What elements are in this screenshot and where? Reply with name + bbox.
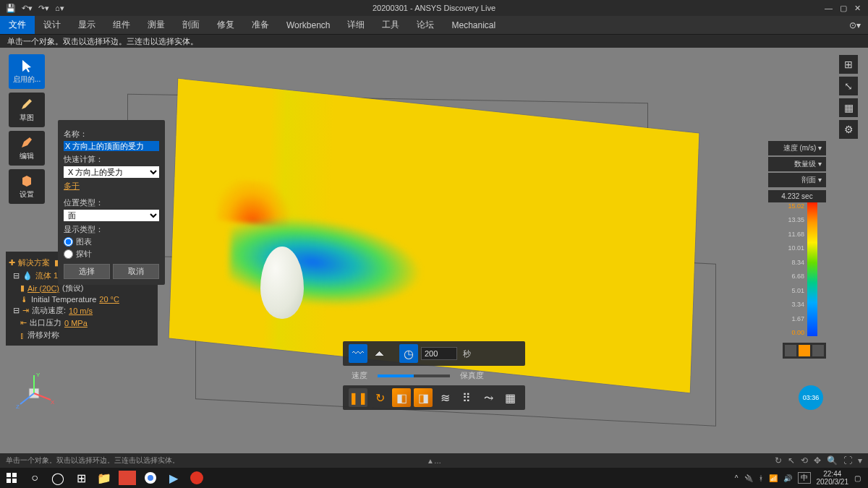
pressure-node[interactable]: 出口压力: [30, 317, 61, 328]
qat-redo-icon[interactable]: ↷▾: [38, 4, 49, 13]
app2-icon[interactable]: ▶: [162, 468, 185, 488]
tray-clock[interactable]: 22:442020/3/21: [817, 470, 849, 486]
particles-icon[interactable]: ⠿: [457, 388, 476, 407]
qat-save-icon[interactable]: 💾: [6, 4, 16, 13]
property-panel: 名称： 快速计算： X 方向上的受力 多于 位置类型： 面 显示类型： 图表 探…: [58, 120, 165, 285]
nav-fit-icon[interactable]: ⛶: [843, 455, 852, 466]
title-bar: 💾 ↶▾ ↷▾ ⌂▾ 20200301 - ANSYS Discovery Li…: [0, 0, 868, 16]
calc-select[interactable]: X 方向上的受力: [64, 166, 159, 178]
transient-mode-icon[interactable]: 〰: [349, 344, 367, 363]
nav-home-icon[interactable]: ↻: [775, 455, 782, 466]
menu-mechanical[interactable]: Mechanical: [443, 16, 504, 34]
restart-button[interactable]: ↻: [370, 388, 389, 407]
symmetry-node[interactable]: 滑移对称: [27, 330, 59, 341]
select-button[interactable]: 选择: [64, 264, 110, 279]
temp-value[interactable]: 20 °C: [99, 295, 119, 304]
menu-measure[interactable]: 测量: [139, 16, 174, 34]
vectors-icon[interactable]: ⤳: [479, 388, 498, 407]
tray-power-icon[interactable]: 🔌: [744, 474, 753, 482]
pressure-value[interactable]: 0 MPa: [64, 319, 88, 328]
tray-ime[interactable]: 中: [798, 472, 811, 484]
explorer-icon[interactable]: 📁: [93, 468, 116, 488]
legend-colorbar[interactable]: [807, 202, 817, 336]
playback-bar: 〰 ⏶ ◷ 秒 速度 保真度 ❚❚ ↻ ◧ ◨ ≋ ⠿ ⤳ ▦: [343, 341, 525, 410]
setup-tool[interactable]: 设置: [9, 169, 45, 204]
tree-expand2-icon[interactable]: ⊟: [13, 306, 20, 315]
velocity-value[interactable]: 10 m/s: [69, 307, 93, 315]
scale-dropdown[interactable]: 数量级 ▾: [768, 157, 826, 171]
sketch-tool[interactable]: 草图: [9, 93, 45, 127]
time-input[interactable]: [421, 347, 457, 360]
position-select[interactable]: 面: [64, 210, 159, 221]
add-solution-icon[interactable]: ✚: [9, 258, 15, 267]
tray-expand-icon[interactable]: ^: [735, 474, 739, 482]
probe-radio[interactable]: [64, 249, 73, 259]
nav-pan-icon[interactable]: ✥: [814, 455, 821, 466]
tray-volume-icon[interactable]: 🔊: [783, 474, 792, 482]
tray-notifications-icon[interactable]: ▢: [854, 474, 861, 482]
view-grid-icon[interactable]: ▦: [839, 98, 858, 117]
tray-wifi-icon[interactable]: 📶: [769, 474, 778, 482]
legend-mode-3[interactable]: [812, 345, 824, 356]
menu-section[interactable]: 剖面: [174, 16, 208, 34]
menu-options-icon[interactable]: ⊙▾: [849, 20, 868, 30]
minimize-button[interactable]: —: [825, 4, 833, 13]
start-button[interactable]: [0, 468, 23, 488]
menu-repair[interactable]: 修复: [208, 16, 243, 34]
result-cube1-icon[interactable]: ◧: [392, 388, 411, 407]
menu-file[interactable]: 文件: [0, 16, 35, 34]
chart-radio[interactable]: [64, 237, 73, 247]
tray-bluetooth-icon[interactable]: ᚼ: [759, 474, 763, 482]
result-cube2-icon[interactable]: ◨: [414, 388, 433, 407]
menu-prepare[interactable]: 准备: [243, 16, 278, 34]
status-expand-icon[interactable]: ▲…: [427, 457, 441, 465]
hint-bar: 单击一个对象。双击以选择环边。三连击以选择实体。: [0, 35, 868, 48]
streamlines-icon[interactable]: ≋: [435, 388, 454, 407]
variable-dropdown[interactable]: 速度 (m/s) ▾: [768, 141, 826, 155]
cortana-button[interactable]: ◯: [46, 468, 69, 488]
maximize-button[interactable]: ▢: [840, 4, 847, 13]
menu-forum[interactable]: 论坛: [408, 16, 443, 34]
speed-slider[interactable]: [378, 374, 450, 377]
material-node[interactable]: Air (20C): [27, 284, 59, 293]
menu-tool[interactable]: 工具: [373, 16, 408, 34]
tree-toggle-icon[interactable]: ⊞: [839, 55, 858, 74]
app1-icon[interactable]: [119, 471, 136, 485]
display-dropdown[interactable]: 剖面 ▾: [768, 173, 826, 187]
nav-zoom-icon[interactable]: 🔍: [827, 455, 838, 466]
menu-detail[interactable]: 详细: [339, 16, 373, 34]
menu-workbench[interactable]: Workbench: [278, 16, 339, 34]
select-tool[interactable]: 启用的...: [9, 54, 45, 89]
menu-display[interactable]: 显示: [69, 16, 104, 34]
edit-tool[interactable]: 编辑: [9, 131, 45, 166]
velocity-node[interactable]: 流动速度:: [32, 305, 66, 316]
view-triad[interactable]: Y X Z: [13, 368, 56, 411]
nav-views-icon[interactable]: ▾: [858, 455, 862, 466]
close-button[interactable]: ✕: [854, 4, 861, 13]
search-button[interactable]: ○: [23, 468, 46, 488]
cancel-button[interactable]: 取消: [113, 264, 159, 279]
timer-icon[interactable]: ◷: [399, 344, 418, 363]
selection-filter-icon[interactable]: ⤡: [839, 77, 858, 95]
menu-group[interactable]: 组件: [104, 16, 139, 34]
pause-button[interactable]: ❚❚: [349, 388, 367, 407]
windows-taskbar: ○ ◯ ⊞ 📁 ▶ ^ 🔌 ᚼ 📶 🔊 中 22:442020/3/21 ▢: [0, 468, 868, 488]
more-link[interactable]: 多于: [64, 181, 80, 192]
menu-design[interactable]: 设计: [35, 16, 69, 34]
contour-icon[interactable]: ▦: [501, 388, 519, 407]
nav-cursor-icon[interactable]: ↖: [788, 455, 795, 466]
settings-icon[interactable]: ⚙: [839, 120, 858, 139]
temp-node[interactable]: Initial Temperature: [31, 295, 96, 304]
chrome-icon[interactable]: [139, 468, 162, 488]
legend-mode-1[interactable]: [785, 345, 796, 356]
name-input[interactable]: [64, 141, 159, 151]
legend-mode-2[interactable]: [799, 345, 810, 356]
tree-expand-icon[interactable]: ⊟: [13, 271, 20, 281]
solution-header[interactable]: 解决方案: [18, 257, 50, 268]
qat-undo-icon[interactable]: ↶▾: [22, 4, 33, 13]
qat-home-icon[interactable]: ⌂▾: [55, 4, 64, 13]
taskview-button[interactable]: ⊞: [69, 468, 93, 488]
nav-spin-icon[interactable]: ⟲: [801, 455, 808, 466]
steady-mode-icon[interactable]: ⏶: [370, 344, 389, 363]
app3-icon[interactable]: [185, 468, 208, 488]
